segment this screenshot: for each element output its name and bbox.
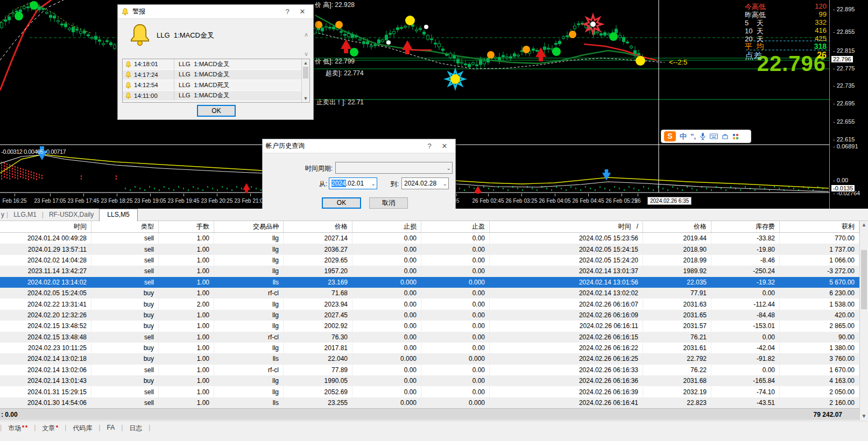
sogou-logo-icon[interactable]: S [664,131,676,141]
chevron-down-icon: ⌄ [447,165,451,171]
price-tick: 22.655 [833,118,855,125]
table-row[interactable]: 2024.01.30 14:54:06sell1.00lls23.2550.00… [0,397,868,408]
table-scrollbar[interactable]: ▲ ▼ [859,221,868,420]
terminal-tab-4[interactable]: FA [101,424,122,431]
ime-punctuation-toggle[interactable]: ”, [690,131,696,141]
table-row[interactable]: 2024.01.31 15:29:15sell1.00llg2052.690.0… [0,386,868,397]
cancel-button[interactable]: 取消 [369,197,408,209]
divider [174,70,174,80]
tick-mark [488,194,489,196]
stat-row: 20 天425 [745,34,827,42]
keyboard-icon[interactable] [710,133,718,139]
cell: rf-cl [214,332,284,343]
column-header[interactable]: 类型 [91,221,159,232]
cell: 76.30 [284,332,352,343]
grid-menu-icon[interactable] [732,133,739,140]
terminal-tab-1[interactable]: 市场 [2,424,34,433]
table-header-row: 时间类型手数交易品种价格止损止盈时间 /价格库存费获利 [0,221,868,233]
microphone-icon[interactable] [700,132,706,140]
ime-lang-toggle[interactable]: 中 [680,131,687,141]
scroll-down-icon[interactable]: ▼ [302,95,309,102]
table-row[interactable]: 2024.02.15 13:48:48sell1.00rf-cl76.300.0… [0,332,868,343]
close-button[interactable]: ✕ [295,6,310,17]
help-button[interactable]: ? [280,6,295,17]
from-date-input[interactable]: 2024.02.01⌄ [329,177,377,189]
cell: 2031.57 [643,321,711,331]
close-button[interactable]: ✕ [437,141,452,152]
alert-list-item[interactable]: 14:12:54LLG 1:MACD死叉 [123,80,309,91]
alert-list-scrollbar[interactable]: ▲ ▼ [301,59,309,102]
table-row[interactable]: 2024.02.23 10:11:25buy1.00llg2017.810.00… [0,343,868,353]
table-row[interactable]: 2023.11.14 13:42:27sell1.00llg1957.200.0… [0,266,868,276]
table-row[interactable]: 2024.01.29 13:57:11sell1.00llg2036.270.0… [0,244,868,254]
scroll-up-icon[interactable]: ∧ [304,32,308,37]
cell: 1.00 [159,397,214,408]
alert-list-item[interactable]: 14:11:00LLG 1:MACD金叉 [123,91,309,102]
alert-message: LLG 1:MACD金叉 [157,31,214,40]
column-header[interactable]: 获利 [780,221,859,232]
scroll-down-icon[interactable]: ∨ [304,51,308,56]
tab-partial[interactable]: y [0,210,6,220]
table-row[interactable]: 2024.02.14 13:02:06sell1.00rf-cl77.890.0… [0,365,868,375]
bell-icon [125,71,132,78]
table-row[interactable]: 2024.01.24 00:49:28sell1.00llg2027.140.0… [0,233,868,244]
terminal-tab-5[interactable]: 日志 [123,424,149,433]
tab-rf-usdx-daily[interactable]: RF-USDX,Daily [44,210,99,220]
ok-button[interactable]: OK [322,197,361,209]
column-header[interactable]: 交易品种 [214,221,284,232]
alert-dialog-titlebar[interactable]: 警报 ? ✕ [118,5,313,19]
cell: 0.00 [352,343,421,353]
scroll-up-icon[interactable]: ▲ [302,59,309,67]
terminal-tab-2[interactable]: 文章 [36,424,65,433]
indicator-tick: 0.06891 [833,143,858,150]
cell: 0.00 [711,365,780,375]
cell: 2024.02.14 13:01:56 [490,277,643,288]
time-tick-label: 26 Feb 04:45 [573,198,604,204]
ok-button[interactable]: OK [197,105,236,117]
alert-list-item[interactable]: 14:18:01LLG 1:MACD金叉 [123,59,309,70]
to-date-input[interactable]: 2024.02.28⌄ [401,177,449,189]
cell: -42.04 [711,343,780,353]
cell: 1957.20 [284,266,352,276]
column-header[interactable]: 价格 [643,221,711,232]
table-row[interactable]: 2024.02.14 13:02:18buy1.00lls22.0400.000… [0,353,868,364]
table-row[interactable]: 2024.02.02 13:14:02sell1.00lls23.1690.00… [0,277,868,288]
table-row[interactable]: 2024.02.15 13:48:52buy1.00llg2002.920.00… [0,321,868,331]
period-select[interactable]: ⌄ [335,162,453,174]
help-button[interactable]: ? [422,141,437,152]
column-header[interactable]: 时间 / [490,221,643,232]
cell: 2024.02.14 13:02:06 [0,365,91,375]
table-row[interactable]: 2024.02.02 14:04:28sell1.00llg2029.650.0… [0,255,868,266]
column-header[interactable]: 库存费 [711,221,780,232]
table-row[interactable]: 2024.02.22 13:31:41buy2.00llg2023.940.00… [0,298,868,309]
ime-toolbar[interactable]: S 中 ”, [661,130,751,143]
alert-text: LLG 1:MACD死叉 [179,81,230,89]
table-row[interactable]: 2024.02.14 13:01:43buy1.00llg1990.050.00… [0,375,868,386]
column-header[interactable]: 止损 [352,221,421,232]
history-dialog-titlebar[interactable]: 帐户历史查询 ? ✕ [263,139,455,153]
cell: 3 760.00 [780,353,859,364]
tab-lls-m5[interactable]: LLS,M5 [99,209,137,221]
table-row[interactable]: 2024.02.05 15:24:05buy1.00rf-cl71.680.00… [0,288,868,298]
column-header[interactable]: 价格 [284,221,352,232]
bell-icon-large [128,22,152,49]
column-header[interactable]: 时间 [0,221,91,232]
scrollbar-thumb[interactable] [861,250,867,309]
cell: 1.00 [159,255,214,266]
period-label: 时间周期: [287,164,333,173]
alert-list-item[interactable]: 14:17:24LLG 1:MACD金叉 [123,70,309,81]
column-header[interactable]: 手数 [159,221,214,232]
scroll-down-icon[interactable]: ▼ [860,412,868,420]
scroll-up-icon[interactable]: ▲ [860,221,868,229]
alert-history-list[interactable]: 14:18:01LLG 1:MACD金叉14:17:24LLG 1:MACD金叉… [122,59,310,103]
table-row[interactable]: 2024.02.20 12:32:26buy1.00llg2027.450.00… [0,310,868,321]
column-header[interactable]: 止盈 [421,221,490,232]
scrollbar-thumb[interactable] [303,67,308,79]
toolbox-icon[interactable] [722,133,729,140]
terminal-tab-3[interactable]: 代码库 [66,424,98,433]
tab-llg-m1[interactable]: LLG,M1 [8,210,42,220]
cell: 1 737.00 [780,244,859,254]
price-scale[interactable]: 22.89522.85522.81522.77522.73522.69522.6… [829,0,868,209]
cell: 0.00 [352,365,421,375]
cell: rf-cl [214,365,284,375]
